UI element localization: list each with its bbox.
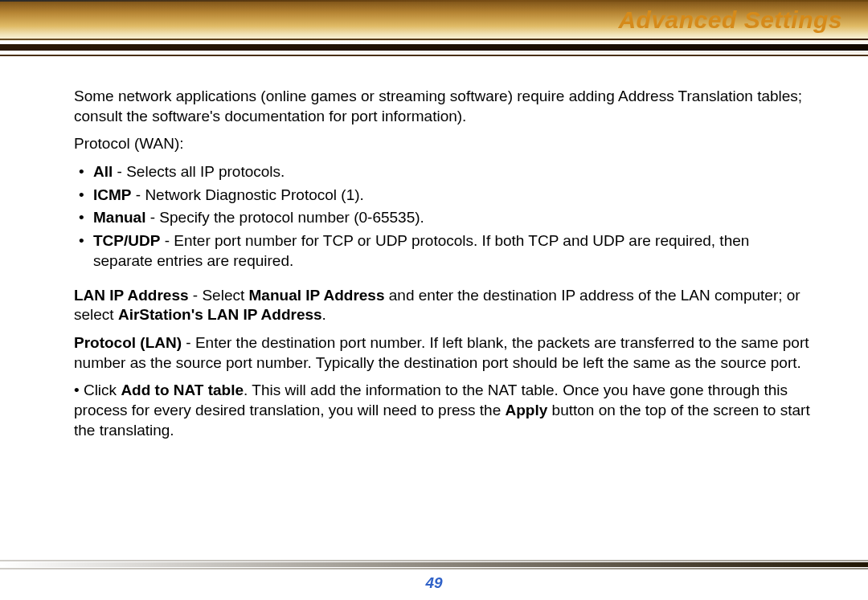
list-item: All - Selects all IP protocols. bbox=[74, 162, 810, 182]
protocol-lan-label: Protocol (LAN) bbox=[74, 334, 182, 351]
bullet-desc: - Enter port number for TCP or UDP proto… bbox=[93, 232, 749, 269]
list-item: Manual - Specify the protocol number (0-… bbox=[74, 208, 810, 228]
footer-rule bbox=[0, 560, 868, 573]
intro-paragraph: Some network applications (online games … bbox=[74, 87, 810, 126]
bullet-name: TCP/UDP bbox=[93, 232, 160, 249]
lan-ip-paragraph: LAN IP Address - Select Manual IP Addres… bbox=[74, 286, 810, 325]
list-item: ICMP - Network Diagnostic Protocol (1). bbox=[74, 186, 810, 206]
protocol-lan-paragraph: Protocol (LAN) - Enter the destination p… bbox=[74, 333, 810, 373]
header-rail bbox=[0, 39, 868, 58]
list-item: TCP/UDP - Enter port number for TCP or U… bbox=[74, 231, 810, 271]
page-number: 49 bbox=[0, 574, 868, 592]
nat-paragraph: • Click Add to NAT table. This will add … bbox=[74, 381, 810, 440]
header-band: Advanced Settings bbox=[0, 0, 868, 58]
page-title: Advanced Settings bbox=[618, 6, 842, 34]
bullet-name: Manual bbox=[93, 209, 145, 226]
header-top-rule bbox=[0, 0, 868, 2]
bullet-desc: - Selects all IP protocols. bbox=[113, 163, 285, 180]
footer: 49 bbox=[0, 560, 868, 582]
bullet-desc: - Network Diagnostic Protocol (1). bbox=[132, 186, 364, 203]
lan-ip-label: LAN IP Address bbox=[74, 287, 189, 304]
protocol-wan-label: Protocol (WAN): bbox=[74, 134, 810, 154]
bullet-name: ICMP bbox=[93, 186, 132, 203]
bullet-desc: - Specify the protocol number (0-65535). bbox=[145, 209, 424, 226]
body-content: Some network applications (online games … bbox=[74, 87, 810, 448]
bullet-name: All bbox=[93, 163, 113, 180]
protocol-wan-list: All - Selects all IP protocols. ICMP - N… bbox=[74, 162, 810, 271]
